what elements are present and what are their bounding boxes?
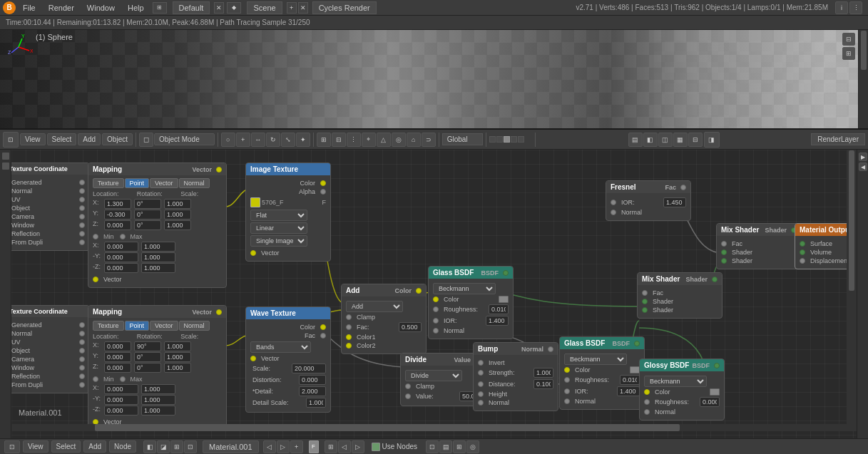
wave-tex-detail-input[interactable]	[299, 386, 326, 396]
right-panel-btn-2[interactable]: ◀	[859, 162, 867, 171]
glass-bsdf-2-node[interactable]: Glass BSDF BSDF Beckmann GGX Color	[559, 336, 645, 410]
mapping-2-scl-x[interactable]	[164, 341, 191, 351]
footer-editor-type-icon[interactable]: ⊡	[4, 440, 20, 453]
footer-seq-icon-1[interactable]: ⊞	[325, 440, 337, 453]
mapping-1-min-check[interactable]	[93, 234, 98, 239]
scene-selector[interactable]: Scene	[247, 1, 282, 14]
glass-bsdf-1-node[interactable]: Glass BSDF BSDF Beckmann GGX Color	[428, 266, 514, 339]
footer-mat-icon-3[interactable]: ⊞	[170, 440, 183, 453]
render5-icon-btn[interactable]: ⊟	[688, 133, 703, 147]
footer-material-name[interactable]: Material.001	[203, 440, 259, 453]
mapping-1-max-z[interactable]	[141, 263, 175, 273]
mapping-2-max-y[interactable]	[141, 395, 175, 405]
mapping-1-tab-point[interactable]: Point	[125, 178, 150, 188]
layer-dot-1[interactable]	[489, 136, 496, 143]
mapping-2-min-x[interactable]	[104, 384, 138, 394]
blender-logo-icon[interactable]: B	[3, 1, 16, 14]
mapping-1-tab-texture[interactable]: Texture	[93, 178, 124, 188]
glossy-bsdf-roughness-input[interactable]	[700, 397, 720, 407]
bump-node-strength-input[interactable]	[533, 368, 553, 378]
glass-bsdf-2-dist-select[interactable]: Beckmann GGX	[564, 354, 627, 365]
add-node[interactable]: Add Color Add Mix Multiply Clamp	[341, 284, 427, 354]
wave-tex-distortion-input[interactable]	[299, 375, 326, 385]
layer2-icon-btn[interactable]: ⊟	[332, 133, 346, 147]
mapping-2-tab-vector[interactable]: Vector	[150, 321, 178, 331]
workspace-close-btn[interactable]: ✕	[214, 2, 224, 14]
wave-tex-bands-select[interactable]: Bands Rings	[250, 341, 311, 353]
add-node-clamp-check[interactable]	[346, 314, 352, 320]
footer-f-btn[interactable]: F	[309, 440, 319, 453]
renderlayer-icon-btn[interactable]: ◨	[704, 132, 720, 148]
view-menu-btn[interactable]: View	[20, 133, 46, 145]
render3-icon-btn[interactable]: ◫	[658, 133, 673, 147]
move-icon-btn[interactable]: ↔	[251, 133, 265, 147]
footer-mat-icon-1[interactable]: ◧	[143, 440, 156, 453]
scene-icon-btn[interactable]: ◆	[227, 2, 241, 14]
mapping-1-rot-x[interactable]	[134, 199, 161, 209]
render1-icon-btn[interactable]: ▤	[628, 133, 643, 147]
prop-edit-icon-btn[interactable]: ◎	[392, 133, 406, 147]
add-node-fac-input[interactable]	[399, 322, 422, 332]
mapping-2-rot-z[interactable]	[134, 363, 161, 373]
glass-bsdf-2-roughness-input[interactable]	[620, 375, 640, 385]
layer-dot-3[interactable]	[504, 136, 510, 143]
img-tex-color-swatch[interactable]	[250, 197, 260, 207]
layer-icon-btn[interactable]: ⊞	[317, 133, 331, 147]
mapping-1-scl-x[interactable]	[164, 199, 191, 209]
mapping-2-tab-normal[interactable]: Normal	[179, 321, 210, 331]
left-sidebar-btn-2[interactable]	[2, 162, 9, 170]
tex-coord-1-node[interactable]: Texture Coordinate Generated Normal UV O…	[11, 162, 90, 251]
falloff-icon-btn[interactable]: ⌂	[407, 133, 421, 147]
mapping-2-scl-y[interactable]	[164, 352, 191, 362]
sphere-icon-btn[interactable]: ○	[221, 133, 235, 147]
cursor-icon-btn[interactable]: +	[236, 133, 250, 147]
footer-right-icon-3[interactable]: ⊞	[453, 440, 466, 453]
footer-select-btn[interactable]: Select	[51, 440, 81, 453]
render4-icon-btn[interactable]: ▦	[673, 133, 688, 147]
mapping-2-min-check[interactable]	[93, 376, 98, 382]
scene-props-icon-btn[interactable]: ⋮	[849, 1, 862, 14]
glass-bsdf-1-roughness-input[interactable]	[489, 304, 509, 314]
mapping-1-loc-z[interactable]	[104, 220, 131, 230]
viewport-btn-1[interactable]: ⊟	[842, 33, 855, 46]
falloff2-icon-btn[interactable]: ⊃	[422, 133, 436, 147]
glossy-bsdf-color-swatch[interactable]	[710, 388, 720, 396]
menu-file[interactable]: File	[17, 2, 41, 14]
mapping-2-min-y[interactable]	[104, 395, 138, 405]
divide-node-type-select[interactable]: Divide Add Multiply	[405, 370, 462, 381]
mapping-2-tab-point[interactable]: Point	[125, 321, 150, 331]
fresnel-node[interactable]: Fresnel Fac IOR: Normal	[606, 180, 691, 221]
scale-icon-btn[interactable]: ⤡	[281, 133, 295, 147]
bump-node[interactable]: Bump Normal Invert Strength: Distance:	[473, 342, 558, 411]
mapping-2-min-z[interactable]	[104, 406, 138, 416]
workspace-selector[interactable]: Default	[173, 1, 210, 14]
mapping-1-loc-x[interactable]	[104, 199, 131, 209]
mapping-2-max-x[interactable]	[141, 384, 175, 394]
footer-right-icon-4[interactable]: ◎	[466, 440, 479, 453]
node-canvas-right-scrollbar[interactable]	[847, 150, 857, 431]
glass-bsdf-2-ior-input[interactable]	[617, 386, 640, 396]
mapping-2-tab-texture[interactable]: Texture	[93, 321, 124, 331]
viewport-btn-2[interactable]: ⊞	[842, 47, 855, 60]
menu-help[interactable]: Help	[122, 2, 150, 14]
divide-node-clamp-check[interactable]	[405, 383, 411, 389]
footer-right-icon-2[interactable]: ▤	[439, 440, 452, 453]
object-menu-btn[interactable]: Object	[102, 133, 133, 145]
mapping-1-scl-z[interactable]	[164, 220, 191, 230]
glass-bsdf-2-color-swatch[interactable]	[630, 366, 640, 373]
add-menu-btn[interactable]: Add	[78, 133, 101, 145]
mapping-2-rot-x[interactable]	[134, 341, 161, 351]
mapping-1-loc-y[interactable]	[104, 210, 131, 220]
mix-shader-2-node[interactable]: Mix Shader Shader Fac Shader Shader	[716, 223, 802, 269]
right-panel-btn-1[interactable]: ▶	[859, 153, 867, 161]
mapping-1-min-z[interactable]	[104, 263, 138, 273]
mapping-1-min-x[interactable]	[104, 242, 138, 252]
info-icon-btn[interactable]: i	[835, 1, 848, 14]
footer-mat-add-btn[interactable]: +	[290, 440, 303, 453]
select-menu-btn[interactable]: Select	[47, 133, 77, 145]
image-texture-node[interactable]: Image Texture Color Alpha 5706_F F	[245, 162, 331, 262]
pivot-selector[interactable]: Global	[442, 133, 483, 145]
left-sidebar-btn-1[interactable]	[2, 153, 9, 160]
mapping-1-rot-y[interactable]	[134, 210, 161, 220]
footer-mat-next-btn[interactable]: ▷	[277, 440, 290, 453]
